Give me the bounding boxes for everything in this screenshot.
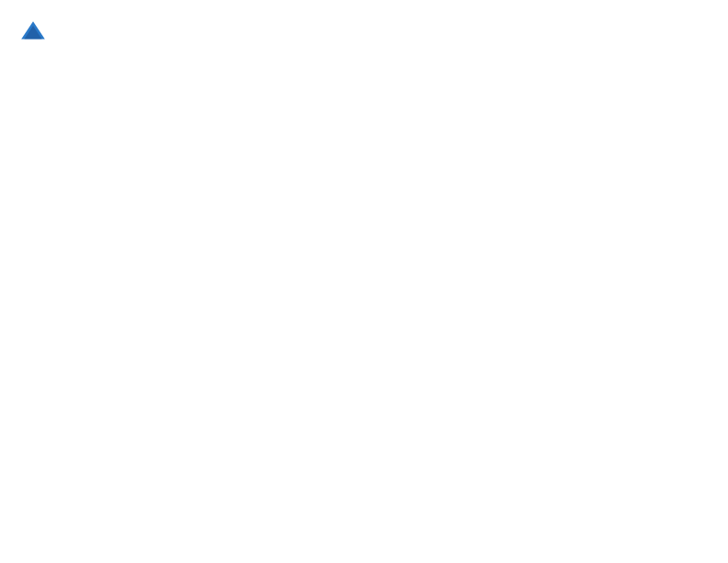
page-header (18, 18, 710, 48)
logo (18, 18, 51, 48)
logo-icon (18, 18, 48, 48)
